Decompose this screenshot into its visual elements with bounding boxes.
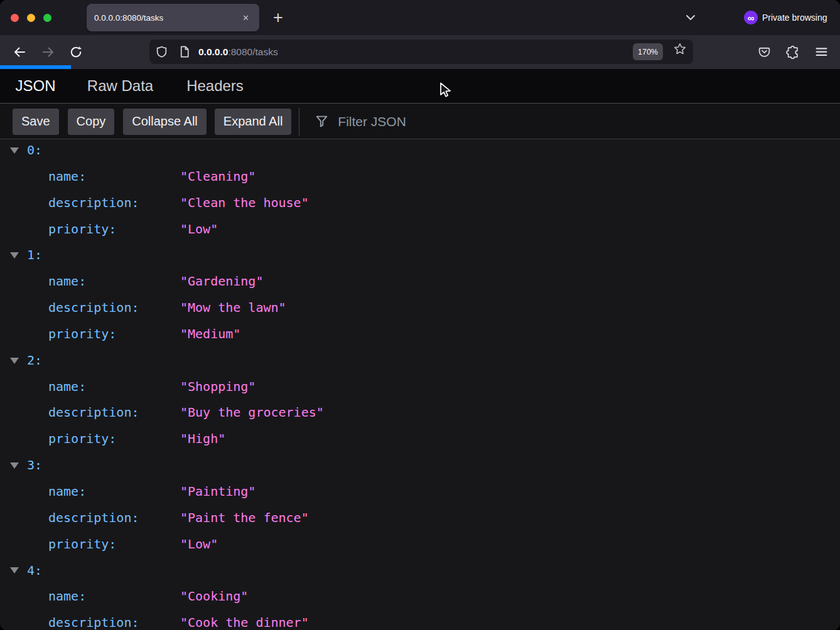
url-bar[interactable]: 0.0.0.0:8080/tasks 170%: [149, 40, 693, 64]
save-button[interactable]: Save: [13, 109, 59, 135]
json-key: 3:: [27, 452, 42, 479]
navigation-toolbar: 0.0.0.0:8080/tasks 170%: [0, 35, 840, 69]
json-key: 4:: [27, 558, 42, 584]
browser-tab[interactable]: 0.0.0.0:8080/tasks ✕: [87, 4, 259, 31]
puzzle-icon: [785, 45, 800, 59]
menu-button[interactable]: [814, 45, 829, 59]
shield-icon[interactable]: [155, 45, 168, 58]
json-row: description: "Paint the fence": [0, 505, 840, 531]
plus-icon: +: [273, 9, 283, 26]
json-row: 3:: [0, 452, 840, 479]
json-value: "Buy the groceries": [180, 400, 324, 426]
pocket-icon: [757, 45, 772, 59]
json-key: description:: [48, 190, 139, 216]
active-tab-indicator: [0, 65, 71, 69]
forward-arrow-icon: [41, 45, 55, 59]
json-value: "Painting": [180, 479, 256, 505]
json-row: description: "Buy the groceries": [0, 400, 840, 426]
new-tab-button[interactable]: +: [269, 8, 288, 27]
json-value: "Cooking": [180, 584, 248, 610]
json-row: 1:: [0, 242, 840, 269]
back-button[interactable]: [13, 45, 26, 59]
expander-triangle-icon[interactable]: [10, 567, 19, 574]
json-row: priority: "Low": [0, 531, 840, 558]
json-key: description:: [48, 505, 139, 531]
json-row: 0:: [0, 137, 840, 164]
json-key: priority:: [48, 531, 116, 558]
url-path: :8080/tasks: [228, 46, 277, 57]
traffic-light-minimize-button[interactable]: [27, 14, 35, 22]
extensions-button[interactable]: [785, 45, 800, 59]
viewer-toolbar: Save Copy Collapse All Expand All: [0, 104, 840, 139]
json-row: name: "Cleaning": [0, 164, 840, 190]
tab-overview-button[interactable]: [684, 11, 697, 24]
reload-icon: [69, 45, 83, 59]
forward-button[interactable]: [41, 45, 55, 59]
json-row: description: "Mow the lawn": [0, 295, 840, 321]
collapse-all-button[interactable]: Collapse All: [123, 109, 207, 135]
tab-raw-data[interactable]: Raw Data: [71, 69, 170, 103]
json-key: name:: [48, 269, 86, 295]
url-host: 0.0.0.0: [198, 46, 228, 57]
private-browsing-badge: ∞: [744, 11, 758, 24]
json-key: 1:: [27, 242, 42, 269]
json-key: name:: [48, 374, 86, 400]
json-value: "Low": [180, 216, 218, 243]
viewer-tab-bar: JSON Raw Data Headers: [0, 69, 840, 104]
json-row: name: "Gardening": [0, 269, 840, 295]
reload-button[interactable]: [69, 45, 83, 59]
json-key: description:: [48, 400, 139, 426]
titlebar: 0.0.0.0:8080/tasks ✕ + ∞ Private browsin…: [0, 0, 840, 35]
json-value: "Gardening": [180, 269, 263, 295]
traffic-light-close-button[interactable]: [11, 14, 19, 22]
json-row: description: "Clean the house": [0, 190, 840, 216]
json-key: priority:: [48, 321, 116, 348]
json-row: 4:: [0, 558, 840, 584]
json-key: name:: [48, 584, 86, 610]
private-browsing-label: Private browsing: [762, 0, 827, 35]
zoom-level-badge[interactable]: 170%: [633, 43, 663, 60]
json-key: name:: [48, 164, 86, 190]
json-row: description: "Cook the dinner": [0, 610, 840, 630]
expander-triangle-icon[interactable]: [10, 462, 19, 469]
json-key: description:: [48, 295, 139, 321]
traffic-light-zoom-button[interactable]: [43, 14, 51, 22]
expander-triangle-icon[interactable]: [10, 358, 19, 364]
json-row: priority: "Low": [0, 216, 840, 243]
json-value: "Mow the lawn": [180, 295, 286, 321]
json-value: "Shopping": [180, 374, 256, 400]
copy-button[interactable]: Copy: [68, 109, 115, 135]
json-key: 0:: [27, 137, 42, 164]
json-value: "Paint the fence": [180, 505, 309, 531]
expander-triangle-icon[interactable]: [10, 252, 19, 259]
json-row: priority: "Medium": [0, 321, 840, 348]
bookmark-button[interactable]: [673, 42, 687, 56]
json-key: priority:: [48, 426, 116, 452]
star-icon: [673, 42, 687, 56]
chevron-down-icon: [684, 11, 697, 24]
tab-headers[interactable]: Headers: [170, 69, 261, 103]
hamburger-icon: [814, 45, 829, 59]
page-info-icon[interactable]: [178, 45, 191, 58]
tab-json[interactable]: JSON: [0, 69, 71, 103]
json-row: name: "Shopping": [0, 374, 840, 400]
json-value: "Cleaning": [180, 164, 256, 190]
url-text[interactable]: 0.0.0.0:8080/tasks: [198, 46, 278, 58]
pocket-button[interactable]: [757, 45, 772, 59]
json-value: "Medium": [180, 321, 240, 348]
json-key: priority:: [48, 216, 116, 243]
expander-triangle-icon[interactable]: [10, 147, 19, 154]
tab-close-icon[interactable]: ✕: [240, 12, 252, 24]
json-key: description:: [48, 610, 139, 630]
json-value: "Low": [180, 531, 218, 558]
tab-title: 0.0.0.0:8080/tasks: [94, 13, 240, 23]
json-row: 2:: [0, 348, 840, 374]
filter-json-input[interactable]: [337, 114, 840, 130]
json-row: priority: "High": [0, 426, 840, 452]
expand-all-button[interactable]: Expand All: [215, 109, 292, 135]
json-key: 2:: [27, 348, 42, 374]
json-row: name: "Cooking": [0, 584, 840, 610]
json-tree: 0: name: "Cleaning" description: "Clean …: [0, 137, 840, 630]
private-mask-icon: ∞: [748, 13, 755, 23]
json-value: "Clean the house": [180, 190, 309, 216]
